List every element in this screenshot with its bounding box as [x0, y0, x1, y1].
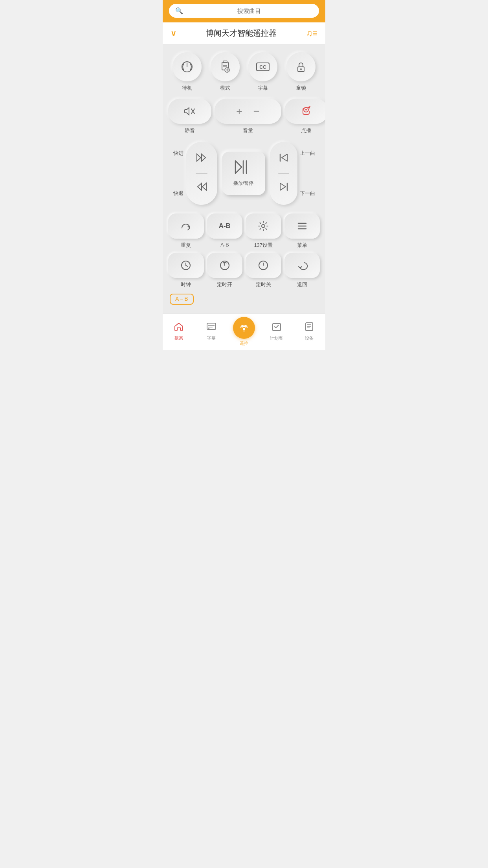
ab-text: A-B — [219, 222, 231, 230]
subtitle-label: 字幕 — [258, 85, 268, 92]
ab-label: A-B — [220, 242, 229, 248]
svg-point-12 — [300, 68, 302, 70]
search-bar[interactable]: 🔍 — [169, 4, 319, 18]
play-pause-button[interactable]: 播放/暂停 — [222, 152, 265, 195]
control-area: 待机 模式 CC — [163, 44, 325, 313]
mute-icon[interactable] — [168, 99, 211, 124]
back-button[interactable]: 返回 — [284, 253, 320, 288]
repeat-icon[interactable] — [168, 213, 204, 239]
settings-icon[interactable] — [246, 213, 281, 239]
timer-on-label: 定时开 — [217, 281, 232, 288]
play-pause-label: 播放/暂停 — [233, 180, 253, 187]
svg-text:CC: CC — [260, 64, 267, 70]
repeat-button[interactable]: 重复 — [168, 213, 204, 249]
timer-off-button[interactable]: 定时关 — [246, 253, 281, 288]
bottom-nav: 搜索 字幕 遥控 — [163, 313, 325, 350]
next-track-icon[interactable] — [279, 182, 289, 193]
svg-rect-45 — [306, 323, 313, 331]
menu-icon[interactable] — [284, 213, 320, 239]
timer-off-icon[interactable] — [246, 253, 281, 278]
prev-next-button[interactable] — [270, 142, 297, 205]
standby-icon[interactable] — [172, 52, 202, 81]
svg-marker-25 — [282, 154, 287, 161]
ab-icon[interactable]: A-B — [207, 213, 243, 239]
prev-track-icon[interactable] — [279, 153, 289, 164]
svg-marker-27 — [280, 183, 286, 190]
svg-marker-18 — [202, 154, 205, 161]
volume-minus-icon[interactable]: − — [253, 105, 259, 118]
back-label: 返回 — [297, 281, 307, 288]
prev-track-label: 上一曲 — [300, 150, 315, 157]
childlock-label: 童锁 — [296, 85, 306, 92]
clock-icon[interactable] — [168, 253, 204, 278]
device-icon — [305, 322, 314, 334]
settings-button[interactable]: 137设置 — [246, 213, 281, 249]
rewind-icon[interactable] — [196, 182, 207, 193]
mode-icon[interactable] — [211, 52, 240, 81]
captions-icon — [206, 322, 216, 333]
remote-center-button[interactable] — [233, 317, 255, 339]
svg-point-28 — [262, 224, 265, 228]
top-bar: 🔍 — [163, 0, 325, 22]
subtitle-icon[interactable]: CC — [248, 52, 277, 81]
mid-row: 静音 + − 音量 点播 — [168, 99, 320, 134]
volume-control[interactable]: + − — [215, 99, 281, 124]
nav-schedule-label: 计划表 — [270, 335, 283, 341]
subtitle-button[interactable]: CC 字幕 — [248, 52, 277, 92]
menu-button[interactable]: 菜单 — [284, 213, 320, 249]
standby-button[interactable]: 待机 — [172, 52, 202, 92]
playback-section: 快进 快退 — [168, 142, 320, 205]
search-icon: 🔍 — [175, 7, 183, 15]
mute-button[interactable]: 静音 — [168, 99, 211, 134]
play-pause-icon[interactable] — [235, 160, 253, 177]
bottom-row-1: 重复 A-B A-B 137设置 — [168, 213, 320, 249]
timer-on-icon[interactable] — [207, 253, 243, 278]
nav-device[interactable]: 设备 — [293, 322, 325, 341]
fast-forward-icon[interactable] — [196, 153, 207, 164]
home-icon — [174, 322, 183, 333]
pointplay-button[interactable]: 点播 — [284, 99, 325, 134]
nav-remote[interactable]: 遥控 — [228, 317, 261, 346]
volume-plus-icon[interactable]: + — [236, 105, 242, 118]
mode-button[interactable]: 模式 — [211, 52, 240, 92]
separator — [196, 173, 207, 174]
bottom-buttons: 重复 A-B A-B 137设置 — [168, 213, 320, 288]
mode-label: 模式 — [220, 85, 230, 92]
ab-button[interactable]: A-B A-B — [207, 213, 243, 249]
next-track-label: 下一曲 — [300, 190, 315, 197]
svg-marker-17 — [197, 154, 201, 161]
standby-label: 待机 — [182, 85, 192, 92]
playlist-icon[interactable]: ♫≡ — [306, 28, 317, 39]
timer-off-label: 定时关 — [256, 281, 271, 288]
nav-schedule[interactable]: 计划表 — [260, 322, 293, 341]
back-icon[interactable] — [284, 253, 320, 278]
volume-label: 音量 — [243, 127, 253, 134]
rewind-label: 快退 — [173, 190, 183, 197]
bottom-row-2: 时钟 定时开 定时 — [168, 253, 320, 288]
ff-rw-labels: 快进 快退 — [173, 142, 183, 205]
pointplay-icon[interactable] — [284, 99, 325, 124]
nav-search[interactable]: 搜索 — [163, 322, 195, 341]
settings-label: 137设置 — [254, 242, 273, 249]
ab-badge: A－B — [170, 294, 194, 305]
nav-captions[interactable]: 字幕 — [195, 322, 228, 341]
childlock-icon[interactable] — [286, 52, 316, 81]
nav-captions-label: 字幕 — [207, 335, 216, 341]
volume-button[interactable]: + − 音量 — [215, 99, 281, 134]
fast-forward-label: 快进 — [173, 150, 183, 157]
search-input[interactable] — [185, 7, 313, 14]
top-buttons-row: 待机 模式 CC — [168, 52, 320, 92]
ff-rw-button[interactable] — [186, 142, 217, 205]
svg-line-34 — [186, 265, 188, 267]
timer-on-button[interactable]: 定时开 — [207, 253, 243, 288]
repeat-label: 重复 — [181, 242, 191, 249]
nav-search-label: 搜索 — [174, 335, 183, 341]
clock-label: 时钟 — [181, 281, 191, 288]
childlock-button[interactable]: 童锁 — [286, 52, 316, 92]
chevron-down-icon[interactable]: ∨ — [171, 29, 176, 38]
svg-marker-19 — [202, 183, 206, 190]
nav-device-label: 设备 — [305, 335, 314, 341]
svg-marker-21 — [235, 161, 242, 173]
mute-label: 静音 — [185, 127, 195, 134]
clock-button[interactable]: 时钟 — [168, 253, 204, 288]
